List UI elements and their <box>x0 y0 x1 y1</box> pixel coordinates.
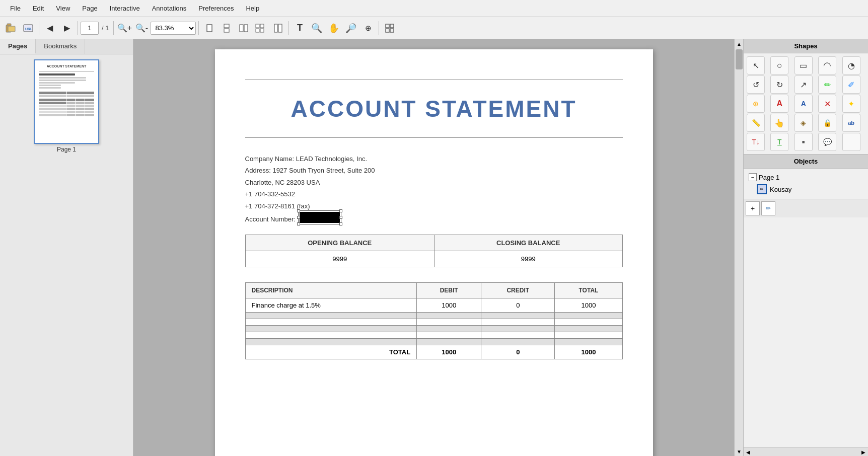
pointer-tool[interactable]: ↖ <box>747 56 765 74</box>
handle-br[interactable] <box>339 222 342 225</box>
pin-tool[interactable]: T↓ <box>747 133 765 151</box>
open-url-button[interactable]: URL <box>20 20 36 36</box>
add-object-button[interactable]: + <box>746 201 760 215</box>
panel-tabs: Pages Bookmarks <box>0 39 133 54</box>
menu-help[interactable]: Help <box>240 2 265 15</box>
toolbar: URL ◀ ▶ / 1 🔍+ 🔍- 83.3%50%75% 100%125%15… <box>0 17 868 39</box>
spiral-tool[interactable]: ↺ <box>747 75 765 94</box>
text-red-tool[interactable]: A <box>770 95 788 113</box>
document-page: ACCOUNT STATEMENT Company Name: LEAD Tec… <box>215 49 653 456</box>
table-row: Finance charge at 1.5% 1000 0 1000 <box>245 298 622 313</box>
bookmarks-tab[interactable]: Bookmarks <box>36 39 85 54</box>
menu-bar: File Edit View Page Interactive Annotati… <box>0 0 868 17</box>
cover-button[interactable] <box>270 20 286 36</box>
continuous-button[interactable] <box>219 20 235 36</box>
pencil-tool[interactable]: ✏ <box>818 75 836 94</box>
scroll-down-button[interactable]: ▼ <box>735 447 744 456</box>
underline-tool[interactable]: T <box>770 133 788 151</box>
xmark-tool[interactable]: ✕ <box>818 95 836 113</box>
menu-view[interactable]: View <box>50 2 76 15</box>
arc-tool[interactable]: ◠ <box>818 56 836 74</box>
table-row <box>245 319 622 326</box>
hscroll-right[interactable]: ▶ <box>859 447 868 456</box>
handle-ml[interactable] <box>297 216 300 219</box>
objects-header: Objects <box>744 155 868 169</box>
hotspot-tool[interactable]: ⊕ <box>747 95 765 113</box>
rect-tool[interactable]: ▭ <box>794 56 813 74</box>
menu-file[interactable]: File <box>4 2 27 15</box>
edit-object-button[interactable]: ✏ <box>761 201 775 215</box>
credit-cell: 0 <box>481 298 555 313</box>
pages-tab[interactable]: Pages <box>0 39 36 54</box>
menu-preferences[interactable]: Preferences <box>192 2 240 15</box>
arrow-tool[interactable]: ↗ <box>794 75 813 94</box>
redacted-container <box>300 212 340 226</box>
separator-2 <box>78 21 78 35</box>
handle-bl[interactable] <box>297 222 300 225</box>
search-button[interactable]: 🔍 <box>309 20 325 36</box>
zoom-area-button[interactable]: ⊕ <box>360 20 376 36</box>
transactions-table: DESCRIPTION DEBIT CREDIT TOTAL Finance c… <box>245 282 623 359</box>
tree-root-row[interactable]: − Page 1 <box>747 172 865 183</box>
pie-tool[interactable]: ◔ <box>842 56 860 74</box>
vertical-scrollbar[interactable]: ▲ ▼ <box>734 39 743 456</box>
desc-cell <box>245 326 417 332</box>
document-area[interactable]: ACCOUNT STATEMENT Company Name: LEAD Tec… <box>133 39 734 456</box>
next-page-button[interactable]: ▶ <box>59 20 75 36</box>
prev-page-button[interactable]: ◀ <box>42 20 58 36</box>
handle-tr[interactable] <box>339 209 342 212</box>
menu-edit[interactable]: Edit <box>27 2 50 15</box>
scroll-track[interactable] <box>735 48 743 447</box>
zoom-select[interactable]: 83.3%50%75% 100%125%150%200% <box>151 22 196 35</box>
svg-rect-1 <box>7 24 11 26</box>
menu-page[interactable]: Page <box>76 2 103 15</box>
obj-icon: ✏ <box>757 184 767 194</box>
grid-button[interactable] <box>382 20 398 36</box>
zoom-out-button[interactable]: 🔍- <box>133 20 150 36</box>
single-page-button[interactable] <box>201 20 218 36</box>
svg-rect-6 <box>224 24 229 28</box>
lock-tool[interactable]: 🔒 <box>818 114 836 132</box>
page-thumbnail[interactable]: ACCOUNT STATEMENT <box>5 59 128 153</box>
account-number-row: Account Number: <box>245 212 623 226</box>
redacted-handles <box>298 210 341 224</box>
credit-cell <box>481 332 555 339</box>
continuous-facing-button[interactable] <box>253 20 269 36</box>
zoom-in-button[interactable]: 🔍+ <box>116 20 132 36</box>
menu-annotations[interactable]: Annotations <box>146 2 193 15</box>
highlight-tool[interactable]: ▪ <box>794 133 813 151</box>
page-input[interactable] <box>81 22 99 35</box>
tree-expand-root[interactable]: − <box>749 173 757 181</box>
pointer2-tool[interactable]: 👆 <box>770 114 788 132</box>
texta-blue-tool[interactable]: A <box>794 95 813 113</box>
pencil2-tool[interactable]: ✐ <box>842 75 860 94</box>
handle-mr[interactable] <box>339 216 342 219</box>
table-row <box>245 332 622 339</box>
star-gold-tool[interactable]: ✦ <box>842 95 860 113</box>
svg-rect-12 <box>256 29 259 32</box>
tree-child-kousay[interactable]: ✏ Kousay <box>747 183 865 196</box>
magnify-button[interactable]: 🔎 <box>343 20 359 36</box>
svg-rect-2 <box>8 26 15 32</box>
document-title: ACCOUNT STATEMENT <box>245 85 623 132</box>
abc-tool[interactable]: ab <box>842 114 860 132</box>
menu-interactive[interactable]: Interactive <box>104 2 146 15</box>
total-debit: 1000 <box>417 345 481 359</box>
scroll-up-button[interactable]: ▲ <box>735 39 744 48</box>
chat-tool[interactable]: 💬 <box>818 133 836 151</box>
facing-pages-button[interactable] <box>236 20 252 36</box>
horizontal-scrollbar[interactable]: ◀ ▶ <box>744 447 868 456</box>
ruler-tool[interactable]: 📏 <box>747 114 765 132</box>
curve-tool[interactable]: ↻ <box>770 75 788 94</box>
pan-button[interactable]: ✋ <box>326 20 342 36</box>
total-cell <box>555 326 622 332</box>
handle-tl[interactable] <box>297 209 300 212</box>
text-select-button[interactable]: T <box>292 20 308 36</box>
hscroll-left[interactable]: ◀ <box>744 447 753 456</box>
hscroll-track[interactable] <box>753 447 859 456</box>
closing-balance-header: CLOSING BALANCE <box>434 235 622 251</box>
stamp-tool[interactable]: ◈ <box>794 114 813 132</box>
ellipse-tool[interactable]: ○ <box>770 56 788 74</box>
open-file-button[interactable] <box>3 20 19 36</box>
scroll-thumb[interactable] <box>736 49 743 69</box>
